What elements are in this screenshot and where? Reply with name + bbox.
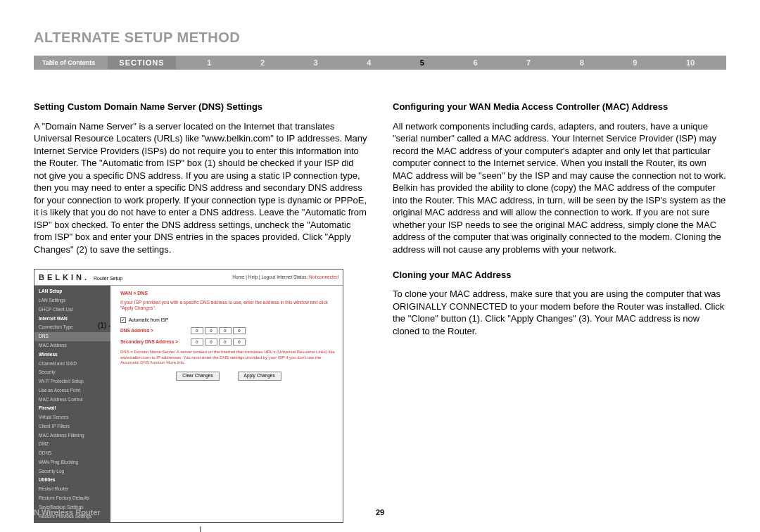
product-name: N Wireless Router <box>34 508 101 517</box>
belkin-logo: BELKIN. <box>39 273 89 281</box>
nav-10[interactable]: 10 <box>686 58 695 67</box>
dns-octet[interactable] <box>233 338 246 346</box>
nav-3[interactable]: 3 <box>314 58 318 67</box>
nav-5[interactable]: 5 <box>420 58 424 67</box>
mac-heading: Configuring your WAN Media Access Contro… <box>393 101 726 113</box>
breadcrumb: WAN > DNS <box>120 290 337 296</box>
sb-item[interactable]: Virtual Servers <box>34 413 110 422</box>
section-nav-bar: Table of Contents SECTIONS 1 2 3 4 5 6 7… <box>34 56 726 70</box>
sb-utilities: Utilities <box>34 476 110 485</box>
page-footer: N Wireless Router 29 <box>34 508 726 517</box>
belkin-sub: Router Setup <box>94 276 122 281</box>
clone-body: To clone your MAC address, make sure tha… <box>393 288 726 337</box>
nav-1[interactable]: 1 <box>207 58 211 67</box>
router-main-panel: (1) - WAN > DNS If your ISP provided you… <box>110 286 343 522</box>
sections-label: SECTIONS <box>108 56 175 69</box>
dns-note: DNS = Domain Name Server. A server locat… <box>120 350 337 366</box>
dns-heading: Setting Custom Domain Name Server (DNS) … <box>34 101 367 113</box>
sb-item[interactable]: Use as Access Point <box>34 386 110 395</box>
auto-isp-label: Automatic from ISP <box>129 317 168 324</box>
sb-item[interactable]: Restore Factory Defaults <box>34 494 110 503</box>
nav-6[interactable]: 6 <box>473 58 477 67</box>
sb-lan: LAN Setup <box>34 287 110 296</box>
sb-item[interactable]: WAN Ping Blocking <box>34 458 110 467</box>
nav-9[interactable]: 9 <box>633 58 637 67</box>
sb-item[interactable]: Wi-Fi Protected Setup <box>34 377 110 386</box>
mac-body: All network components including cards, … <box>393 120 726 256</box>
sb-item[interactable]: MAC Address Filtering <box>34 431 110 441</box>
dns-body: A "Domain Name Server" is a server locat… <box>34 120 367 256</box>
sec-dns-label: Secondary DNS Address > <box>120 339 191 346</box>
dns-octet[interactable] <box>205 338 217 346</box>
callout-2: |(2) <box>34 524 367 532</box>
sb-item[interactable]: Restart Router <box>34 485 110 494</box>
nav-4[interactable]: 4 <box>367 58 371 67</box>
sb-item[interactable]: Client IP Filters <box>34 422 110 431</box>
page-number: 29 <box>376 508 384 517</box>
sb-wireless: Wireless <box>34 350 110 360</box>
page-title: ALTERNATE SETUP METHOD <box>34 30 726 46</box>
sb-item[interactable]: Security <box>34 368 110 377</box>
sb-item[interactable]: DMZ <box>34 440 110 449</box>
auto-isp-checkbox[interactable] <box>120 317 126 323</box>
right-column: Configuring your WAN Media Access Contro… <box>393 101 726 532</box>
dns-octet[interactable] <box>191 327 203 334</box>
router-ui-screenshot: BELKIN. Router Setup Home | Help | Logou… <box>34 269 343 524</box>
top-links: Home | Help | Logout Internet Status: No… <box>232 274 338 281</box>
apply-button[interactable]: Apply Changes <box>238 372 281 381</box>
sb-item[interactable]: MAC Address <box>34 341 110 350</box>
dns-octet[interactable] <box>233 327 246 334</box>
nav-8[interactable]: 8 <box>580 58 584 67</box>
sb-item[interactable]: Channel and SSID <box>34 360 110 369</box>
sb-item[interactable]: LAN Settings <box>34 296 110 305</box>
status-not-connected: Not connected <box>309 274 338 279</box>
callout-1: (1) - <box>98 321 110 331</box>
toc-link[interactable]: Table of Contents <box>34 59 103 66</box>
nav-2[interactable]: 2 <box>260 58 265 67</box>
dns-octet[interactable] <box>191 338 203 346</box>
dns-octet[interactable] <box>219 327 232 334</box>
sb-item-dns[interactable]: DNS <box>34 332 110 341</box>
dns-octet[interactable] <box>205 327 217 334</box>
instructions: If your ISP provided you with a specific… <box>120 300 337 312</box>
nav-numbers: 1 2 3 4 5 6 7 8 9 10 <box>176 58 726 67</box>
sb-item[interactable]: DDNS <box>34 449 110 458</box>
nav-7[interactable]: 7 <box>526 58 531 67</box>
sb-item[interactable]: MAC Address Control <box>34 395 110 405</box>
sb-firewall: Firewall <box>34 404 110 413</box>
sb-item[interactable]: DHCP Client List <box>34 305 110 315</box>
dns-octet[interactable] <box>219 338 232 346</box>
clear-button[interactable]: Clear Changes <box>176 372 219 381</box>
sb-item[interactable]: Security Log <box>34 467 110 476</box>
left-column: Setting Custom Domain Name Server (DNS) … <box>34 101 367 532</box>
clone-heading: Cloning your MAC Address <box>393 269 726 281</box>
dns-label: DNS Address > <box>120 328 191 334</box>
